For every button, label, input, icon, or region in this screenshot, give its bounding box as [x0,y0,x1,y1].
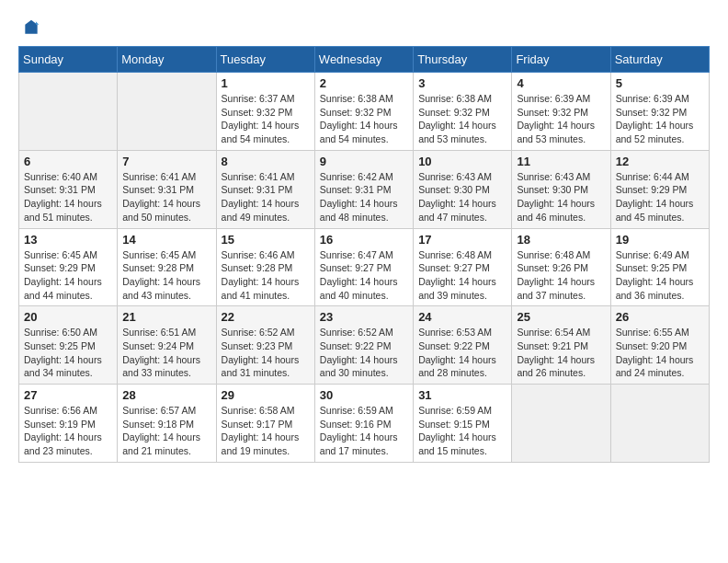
calendar-cell: 18Sunrise: 6:48 AM Sunset: 9:26 PM Dayli… [512,228,610,306]
calendar-cell: 22Sunrise: 6:52 AM Sunset: 9:23 PM Dayli… [216,306,314,385]
day-number: 21 [122,310,210,324]
day-number: 19 [616,233,704,247]
day-number: 3 [418,76,506,90]
day-info: Sunrise: 6:48 AM Sunset: 9:26 PM Dayligh… [517,248,605,303]
day-number: 11 [517,155,605,168]
calendar-cell [512,385,610,463]
day-info: Sunrise: 6:39 AM Sunset: 9:32 PM Dayligh… [616,92,704,146]
day-info: Sunrise: 6:41 AM Sunset: 9:31 PM Dayligh… [222,170,310,224]
calendar-week-row: 6Sunrise: 6:40 AM Sunset: 9:31 PM Daylig… [19,150,710,228]
calendar-cell: 2Sunrise: 6:38 AM Sunset: 9:32 PM Daylig… [314,73,413,151]
day-info: Sunrise: 6:58 AM Sunset: 9:17 PM Dayligh… [222,404,310,458]
calendar-cell: 4Sunrise: 6:39 AM Sunset: 9:32 PM Daylig… [512,73,610,151]
day-number: 18 [517,233,605,247]
day-info: Sunrise: 6:51 AM Sunset: 9:24 PM Dayligh… [122,326,210,380]
calendar-cell: 16Sunrise: 6:47 AM Sunset: 9:27 PM Dayli… [314,228,413,306]
calendar-week-row: 13Sunrise: 6:45 AM Sunset: 9:29 PM Dayli… [19,228,710,306]
calendar-cell: 10Sunrise: 6:43 AM Sunset: 9:30 PM Dayli… [414,150,512,228]
day-number: 4 [517,76,605,90]
day-info: Sunrise: 6:43 AM Sunset: 9:30 PM Dayligh… [418,170,506,224]
day-number: 20 [24,310,112,324]
day-number: 5 [616,76,704,90]
day-info: Sunrise: 6:46 AM Sunset: 9:28 PM Dayligh… [222,248,310,303]
calendar-cell [19,73,118,151]
day-info: Sunrise: 6:52 AM Sunset: 9:23 PM Dayligh… [222,326,310,380]
weekday-header: Wednesday [314,47,413,73]
calendar-cell: 13Sunrise: 6:45 AM Sunset: 9:29 PM Dayli… [19,228,118,306]
day-number: 12 [616,155,704,168]
day-info: Sunrise: 6:40 AM Sunset: 9:31 PM Dayligh… [24,170,112,224]
calendar-week-row: 20Sunrise: 6:50 AM Sunset: 9:25 PM Dayli… [19,306,710,385]
day-info: Sunrise: 6:54 AM Sunset: 9:21 PM Dayligh… [517,326,605,380]
day-info: Sunrise: 6:41 AM Sunset: 9:31 PM Dayligh… [122,170,210,224]
day-number: 8 [222,155,310,168]
weekday-header: Thursday [414,47,512,73]
calendar-cell [610,385,709,463]
day-number: 6 [24,155,112,168]
day-info: Sunrise: 6:39 AM Sunset: 9:32 PM Dayligh… [517,92,605,146]
day-number: 26 [616,310,704,324]
day-info: Sunrise: 6:38 AM Sunset: 9:32 PM Dayligh… [320,92,408,146]
day-number: 29 [222,388,310,402]
day-number: 22 [222,310,310,324]
calendar-cell: 21Sunrise: 6:51 AM Sunset: 9:24 PM Dayli… [118,306,216,385]
day-info: Sunrise: 6:48 AM Sunset: 9:27 PM Dayligh… [418,248,506,303]
weekday-header: Tuesday [216,47,314,73]
logo [18,18,40,37]
calendar-cell: 9Sunrise: 6:42 AM Sunset: 9:31 PM Daylig… [314,150,413,228]
calendar-cell: 25Sunrise: 6:54 AM Sunset: 9:21 PM Dayli… [512,306,610,385]
calendar-cell: 19Sunrise: 6:49 AM Sunset: 9:25 PM Dayli… [610,228,709,306]
day-info: Sunrise: 6:44 AM Sunset: 9:29 PM Dayligh… [616,170,704,224]
calendar-cell [118,73,216,151]
calendar-cell: 1Sunrise: 6:37 AM Sunset: 9:32 PM Daylig… [216,73,314,151]
day-number: 2 [320,76,408,90]
day-number: 14 [122,233,210,247]
day-number: 27 [24,388,112,402]
calendar-week-row: 27Sunrise: 6:56 AM Sunset: 9:19 PM Dayli… [19,385,710,463]
day-info: Sunrise: 6:52 AM Sunset: 9:22 PM Dayligh… [320,326,408,380]
day-info: Sunrise: 6:55 AM Sunset: 9:20 PM Dayligh… [616,326,704,380]
day-number: 9 [320,155,408,168]
day-number: 17 [418,233,506,247]
day-info: Sunrise: 6:50 AM Sunset: 9:25 PM Dayligh… [24,326,112,380]
day-number: 28 [122,388,210,402]
calendar-cell: 26Sunrise: 6:55 AM Sunset: 9:20 PM Dayli… [610,306,709,385]
day-info: Sunrise: 6:57 AM Sunset: 9:18 PM Dayligh… [122,404,210,458]
calendar-cell: 20Sunrise: 6:50 AM Sunset: 9:25 PM Dayli… [19,306,118,385]
day-number: 1 [222,76,310,90]
calendar-cell: 12Sunrise: 6:44 AM Sunset: 9:29 PM Dayli… [610,150,709,228]
day-number: 25 [517,310,605,324]
day-number: 15 [222,233,310,247]
calendar-cell: 14Sunrise: 6:45 AM Sunset: 9:28 PM Dayli… [118,228,216,306]
day-info: Sunrise: 6:56 AM Sunset: 9:19 PM Dayligh… [24,404,112,458]
day-number: 16 [320,233,408,247]
day-info: Sunrise: 6:38 AM Sunset: 9:32 PM Dayligh… [418,92,506,146]
weekday-header: Sunday [19,47,118,73]
weekday-header: Monday [118,47,216,73]
calendar-cell: 8Sunrise: 6:41 AM Sunset: 9:31 PM Daylig… [216,150,314,228]
calendar-cell: 24Sunrise: 6:53 AM Sunset: 9:22 PM Dayli… [414,306,512,385]
calendar-cell: 6Sunrise: 6:40 AM Sunset: 9:31 PM Daylig… [19,150,118,228]
calendar-cell: 31Sunrise: 6:59 AM Sunset: 9:15 PM Dayli… [414,385,512,463]
weekday-header: Saturday [610,47,709,73]
day-info: Sunrise: 6:59 AM Sunset: 9:15 PM Dayligh… [418,404,506,458]
day-number: 23 [320,310,408,324]
calendar-cell: 7Sunrise: 6:41 AM Sunset: 9:31 PM Daylig… [118,150,216,228]
calendar-cell: 15Sunrise: 6:46 AM Sunset: 9:28 PM Dayli… [216,228,314,306]
day-info: Sunrise: 6:49 AM Sunset: 9:25 PM Dayligh… [616,248,704,303]
calendar-cell: 3Sunrise: 6:38 AM Sunset: 9:32 PM Daylig… [414,73,512,151]
day-info: Sunrise: 6:43 AM Sunset: 9:30 PM Dayligh… [517,170,605,224]
day-info: Sunrise: 6:45 AM Sunset: 9:28 PM Dayligh… [122,248,210,303]
page-header [18,18,710,37]
day-number: 13 [24,233,112,247]
calendar-cell: 5Sunrise: 6:39 AM Sunset: 9:32 PM Daylig… [610,73,709,151]
weekday-header-row: SundayMondayTuesdayWednesdayThursdayFrid… [19,47,710,73]
logo-icon [22,18,40,37]
day-number: 31 [418,388,506,402]
day-info: Sunrise: 6:53 AM Sunset: 9:22 PM Dayligh… [418,326,506,380]
day-info: Sunrise: 6:42 AM Sunset: 9:31 PM Dayligh… [320,170,408,224]
calendar-cell: 11Sunrise: 6:43 AM Sunset: 9:30 PM Dayli… [512,150,610,228]
day-info: Sunrise: 6:45 AM Sunset: 9:29 PM Dayligh… [24,248,112,303]
day-info: Sunrise: 6:47 AM Sunset: 9:27 PM Dayligh… [320,248,408,303]
calendar-cell: 28Sunrise: 6:57 AM Sunset: 9:18 PM Dayli… [118,385,216,463]
